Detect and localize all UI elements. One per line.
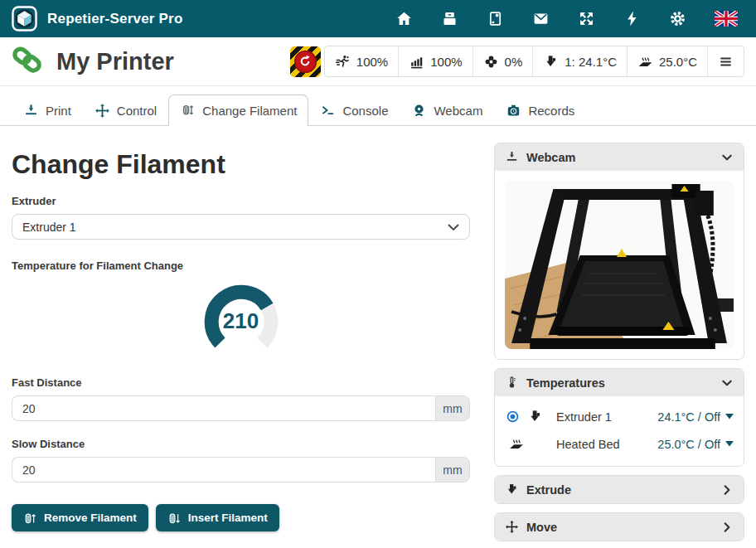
- temperature-label: Temperature for Filament Change: [12, 259, 470, 272]
- control-move-icon: [94, 103, 110, 119]
- app-logo[interactable]: [12, 6, 37, 32]
- filament-up-icon: [23, 512, 36, 525]
- temperature-row-extruder: Extruder 1 24.1°C / Off: [505, 403, 734, 430]
- temperature-row-name: Extruder 1: [556, 410, 612, 424]
- extruder-select-value: Extruder 1: [22, 221, 76, 234]
- filament-actions: Remove Filament Insert Filament: [12, 504, 470, 531]
- extruder-temp-value: 1: 24.1°C: [565, 55, 617, 69]
- print-icon: [23, 103, 39, 119]
- printer-connected-link-icon: [12, 44, 46, 79]
- extruder-icon: [527, 409, 543, 424]
- temperatures-body: Extruder 1 24.1°C / Off Heated Bed 25.0°…: [495, 396, 744, 466]
- extrude-panel-header[interactable]: Extrude: [495, 476, 744, 503]
- extruder-icon: [543, 54, 559, 70]
- fan-value: 0%: [505, 55, 523, 69]
- bed-temp-dropdown[interactable]: 25.0°C / Off: [657, 438, 734, 451]
- printer-menu-button[interactable]: [707, 46, 744, 76]
- records-camera-icon: [506, 103, 521, 119]
- language-flag-icon[interactable]: [715, 11, 738, 27]
- chevron-down-icon: [720, 376, 734, 390]
- flow-status[interactable]: 100%: [398, 46, 472, 76]
- tab-webcam[interactable]: Webcam: [400, 95, 494, 126]
- messages-icon[interactable]: [532, 10, 550, 27]
- emergency-stop-button[interactable]: [290, 46, 321, 77]
- flow-value: 100%: [430, 55, 462, 69]
- heated-bed-icon: [637, 54, 653, 70]
- webcam-body: [495, 171, 744, 359]
- bed-temp-value: 25.0°C: [659, 55, 697, 69]
- insert-filament-button[interactable]: Insert Filament: [156, 504, 279, 531]
- speed-status[interactable]: 100%: [325, 46, 398, 76]
- slow-distance-group: mm: [12, 457, 470, 483]
- temperature-gauge-row: 210: [12, 279, 470, 365]
- console-icon: [320, 103, 336, 119]
- fast-distance-group: mm: [12, 395, 470, 421]
- printer-status-bar: 100% 100% 0% 1: 24.1°C 25.0°C: [290, 46, 744, 77]
- extrude-panel: Extrude: [494, 475, 744, 504]
- manual-icon[interactable]: [487, 10, 504, 27]
- temperatures-panel: Temperatures Extruder 1 24.1°C / Off: [494, 368, 744, 467]
- chevron-right-icon: [720, 483, 734, 497]
- top-navbar: Repetier-Server Pro: [0, 0, 756, 37]
- fan-status[interactable]: 0%: [472, 46, 533, 76]
- thermometer-icon: [505, 376, 519, 390]
- tab-change-filament[interactable]: Change Filament: [168, 95, 308, 126]
- temperature-row-bed: Heated Bed 25.0°C / Off: [505, 430, 734, 458]
- settings-gear-icon[interactable]: [669, 10, 686, 27]
- move-panel-header[interactable]: Move: [495, 513, 744, 541]
- caret-down-icon: [725, 441, 734, 447]
- heated-bed-icon: [505, 436, 528, 452]
- printer-title: My Printer: [56, 48, 174, 75]
- printer-header: My Printer 100% 100% 0% 1: 24.1°C: [0, 37, 756, 86]
- temperature-input[interactable]: [377, 284, 407, 356]
- home-icon[interactable]: [395, 10, 413, 27]
- webcam-icon: [411, 103, 427, 119]
- webcam-live-image: [505, 181, 734, 349]
- slow-distance-label: Slow Distance: [12, 438, 470, 450]
- flow-icon: [409, 54, 424, 70]
- emergency-stop-icon: [294, 51, 317, 73]
- tab-console[interactable]: Console: [308, 95, 400, 126]
- fast-distance-input[interactable]: [12, 395, 435, 421]
- radio-selected-icon[interactable]: [505, 409, 521, 424]
- power-icon[interactable]: [623, 10, 641, 27]
- fullscreen-icon[interactable]: [578, 10, 595, 27]
- temperature-row-name: Heated Bed: [556, 438, 620, 451]
- tab-records[interactable]: Records: [494, 95, 586, 126]
- fast-distance-label: Fast Distance: [12, 376, 470, 389]
- navbar-icons: [395, 10, 738, 27]
- temperature-gauge-value: 210: [198, 308, 284, 334]
- brand-title[interactable]: Repetier-Server Pro: [47, 11, 182, 27]
- webcam-panel: Webcam: [494, 143, 744, 360]
- extruder-label: Extruder: [12, 195, 470, 207]
- extruder-select[interactable]: Extruder 1: [12, 214, 470, 240]
- bed-temp-status[interactable]: 25.0°C: [627, 46, 707, 76]
- chevron-right-icon: [720, 521, 734, 534]
- remove-filament-button[interactable]: Remove Filament: [12, 504, 148, 531]
- slow-distance-input[interactable]: [12, 457, 435, 483]
- content: Change Filament Extruder Extruder 1 Temp…: [0, 126, 756, 548]
- hamburger-menu-icon: [718, 54, 734, 70]
- printers-icon[interactable]: [441, 10, 458, 27]
- extruder-icon: [505, 483, 519, 497]
- temperature-gauge[interactable]: 210: [198, 279, 284, 365]
- status-group: 100% 100% 0% 1: 24.1°C 25.0°C: [324, 46, 744, 77]
- slow-distance-unit: mm: [435, 457, 470, 483]
- speed-icon: [335, 54, 351, 70]
- filament-down-icon: [167, 512, 181, 525]
- change-filament-icon: [180, 103, 196, 119]
- temperatures-panel-header[interactable]: Temperatures: [495, 369, 744, 396]
- extruder-temp-status[interactable]: 1: 24.1°C: [532, 46, 627, 76]
- move-panel: Move: [494, 512, 744, 541]
- fan-icon: [483, 54, 499, 70]
- page-title: Change Filament: [12, 149, 470, 180]
- tab-print[interactable]: Print: [12, 95, 83, 126]
- move-cross-icon: [505, 520, 519, 534]
- fast-distance-unit: mm: [435, 395, 470, 421]
- webcam-panel-header[interactable]: Webcam: [495, 143, 744, 171]
- sidebar: Webcam: [494, 136, 744, 548]
- extruder-temp-dropdown[interactable]: 24.1°C / Off: [657, 410, 734, 424]
- caret-down-icon: [725, 414, 734, 419]
- chevron-down-icon: [448, 224, 459, 230]
- tab-control[interactable]: Control: [83, 95, 168, 126]
